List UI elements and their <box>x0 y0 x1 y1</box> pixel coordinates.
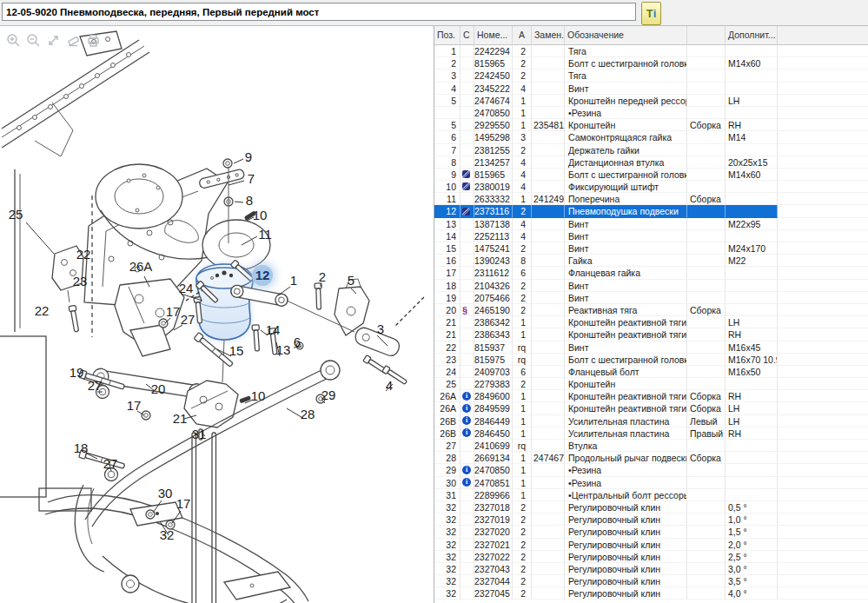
table-row[interactable]: 3223270212Регулировочный клин2,0 ° <box>434 539 868 551</box>
col-header-replaced[interactable]: Замен... <box>532 26 565 45</box>
table-row[interactable]: 122422942Тяга <box>434 45 868 57</box>
table-row[interactable]: 1422521134Винт <box>434 230 868 242</box>
figure-title-field[interactable]: 12-05-9020 Пневмоподвеска, передняя, Пер… <box>2 3 636 21</box>
table-row[interactable]: 1313871384ВинтM22x95 <box>434 218 868 230</box>
table-row[interactable]: 26Bi28464501Усилительная пластинаПравыйR… <box>434 427 868 440</box>
table-row[interactable]: 272410699rqВтулка <box>434 440 868 452</box>
table-row[interactable]: 723812552Держатель гайки <box>434 144 868 156</box>
col-header-number[interactable]: Номе... <box>474 26 513 45</box>
diagram-callout-27[interactable]: 27 <box>181 312 195 327</box>
fit-view-icon[interactable] <box>45 32 61 48</box>
table-row[interactable]: 28266913412474673Продольный рычаг подвес… <box>434 452 868 464</box>
diagram-callout-18[interactable]: 18 <box>74 441 89 455</box>
table-row[interactable]: 423452224Винт <box>434 83 868 95</box>
diagram-callout-24[interactable]: 24 <box>179 281 194 295</box>
table-row[interactable]: 3223270222Регулировочный клин2,5 ° <box>434 551 868 563</box>
diagram-callout-17[interactable]: 17 <box>166 304 181 319</box>
print-icon[interactable] <box>85 32 101 48</box>
table-row[interactable]: 1821043262Винт <box>434 280 868 292</box>
table-row[interactable]: 3223270182Регулировочный клин0,5 ° <box>434 501 868 514</box>
table-row[interactable]: 1613902438ГайкаM22 <box>434 255 868 267</box>
table-row[interactable]: 11263333212412498ПоперечинаСборка <box>434 193 868 205</box>
table-row-selected[interactable]: 1223731162Пневмоподушка подвески <box>434 205 868 217</box>
table-row[interactable]: 614952983Самоконтрящаяся гайкаM14 <box>434 131 868 143</box>
diagram-callout-9[interactable]: 9 <box>245 149 252 164</box>
table-row[interactable]: 24708501•Резина <box>434 107 868 119</box>
table-row[interactable]: 2522793832Кронштейн <box>434 378 868 390</box>
table-row[interactable]: 26Ai28495991Кронштейн реактивной тягиСбо… <box>434 402 868 414</box>
table-row[interactable]: 2424097036Фланцевый болтM16x50 <box>434 366 868 378</box>
table-row[interactable]: 30i24708511•Резина <box>434 477 868 489</box>
diagram-callout-32[interactable]: 32 <box>160 527 175 542</box>
col-header-pos[interactable]: Поз. <box>434 26 461 45</box>
table-row[interactable]: 98159654Болт с шестигранной головкойM14x… <box>434 169 868 181</box>
diagram-callout-30[interactable]: 30 <box>158 486 173 500</box>
air-bellows-highlighted-part[interactable] <box>196 264 253 382</box>
table-row[interactable]: 2123863421Кронштейн реактивной тягиLH <box>434 316 868 328</box>
diagram-callout-15[interactable]: 15 <box>229 343 244 358</box>
diagram-callout-27[interactable]: 27 <box>88 378 103 393</box>
table-row[interactable]: 1514752412ВинтM24x170 <box>434 242 868 255</box>
diagram-callout-27[interactable]: 27 <box>103 456 118 471</box>
diagram-callout-4[interactable]: 4 <box>386 378 393 393</box>
diagram-callout-28[interactable]: 28 <box>301 407 315 421</box>
diagram-callout-6[interactable]: 6 <box>294 335 301 349</box>
col-header-extra[interactable]: Дополнит... <box>726 26 778 45</box>
diagram-callout-17[interactable]: 17 <box>176 496 191 511</box>
table-row[interactable]: 524746741Кронштейн передней рессорыLH <box>434 95 868 107</box>
diagram-callout-14[interactable]: 14 <box>266 322 281 337</box>
table-row[interactable]: 28159652Болт с шестигранной головкойM14x… <box>434 57 868 70</box>
table-row[interactable]: 22815937rqВинтM16x45 <box>434 341 868 354</box>
diagram-callout-8[interactable]: 8 <box>246 193 253 208</box>
table-row[interactable]: 3223270442Регулировочный клин3,5 ° <box>434 575 868 587</box>
diagram-callout-2[interactable]: 2 <box>319 269 326 284</box>
diagram-callout-26A[interactable]: 26A <box>129 259 153 274</box>
zoom-out-icon[interactable] <box>25 32 41 48</box>
diagram-callout-21[interactable]: 21 <box>173 411 188 426</box>
zoom-in-icon[interactable] <box>5 32 21 48</box>
table-row[interactable]: 26Bi28464491Усилительная пластинаЛевыйLH <box>434 415 868 427</box>
diagram-callout-29[interactable]: 29 <box>321 388 336 402</box>
table-row[interactable]: 322424502Тяга <box>434 70 868 82</box>
diagram-callout-22[interactable]: 22 <box>35 303 50 318</box>
diagram-callout-5[interactable]: 5 <box>348 273 354 288</box>
eraser-icon[interactable] <box>65 32 81 48</box>
table-row[interactable]: 3223270192Регулировочный клин1,0 ° <box>434 514 868 526</box>
diagram-callout-10[interactable]: 10 <box>253 208 268 222</box>
diagram-callout-17[interactable]: 17 <box>127 398 142 413</box>
table-row[interactable]: 23815975rqБолт с шестигранной головкойM1… <box>434 354 868 366</box>
diagram-callout-13[interactable]: 13 <box>276 342 291 357</box>
table-row[interactable]: 1023800194Фиксирующий штифт <box>434 181 868 193</box>
table-row[interactable]: 3122899661•Центральный болт рессоры <box>434 489 868 501</box>
table-row[interactable]: 3223270452Регулировочный клин4,0 ° <box>434 587 868 600</box>
col-header-assembly[interactable] <box>687 26 726 45</box>
diagram-callout-22[interactable]: 22 <box>76 247 91 262</box>
diagram-callout-25[interactable]: 25 <box>9 207 23 222</box>
col-header-qty[interactable]: А <box>513 26 532 45</box>
table-row[interactable]: 26Ai28496001Кронштейн реактивной тягиСбо… <box>434 390 868 402</box>
diagram-callout-31[interactable]: 31 <box>192 427 207 441</box>
diagram-callout-19[interactable]: 19 <box>70 365 84 380</box>
col-header-designation[interactable]: Обозначение <box>565 26 687 45</box>
cell-qty: 2 <box>513 45 532 57</box>
diagram-callout-10[interactable]: 10 <box>251 388 266 403</box>
diagram-callout-3[interactable]: 3 <box>377 321 384 336</box>
table-row[interactable]: 821342574Дистанционная втулка20x25x15 <box>434 156 868 169</box>
diagram-callout-1[interactable]: 1 <box>290 273 297 288</box>
table-row[interactable]: 20§24651902Реактивная тягаСборка <box>434 304 868 316</box>
cell-assembly <box>687 328 726 341</box>
diagram-callout-23[interactable]: 23 <box>73 274 88 288</box>
table-row[interactable]: 29i24708501•Резина <box>434 464 868 476</box>
table-row[interactable]: 3223270432Регулировочный клин3,0 ° <box>434 563 868 575</box>
table-row[interactable]: 2123863431Кронштейн реактивной тягиRH <box>434 328 868 341</box>
diagram-callout-12[interactable]: 12 <box>255 268 270 282</box>
table-row[interactable]: 1723116126Фланцевая гайка <box>434 267 868 279</box>
diagram-callout-11[interactable]: 11 <box>258 227 272 242</box>
col-header-flag[interactable]: С <box>461 26 474 45</box>
table-row[interactable]: 5292955012354811КронштейнСборкаRH <box>434 119 868 131</box>
table-row[interactable]: 1920754662Винт <box>434 292 868 304</box>
diagram-callout-7[interactable]: 7 <box>248 171 255 186</box>
table-row[interactable]: 3223270202Регулировочный клин1,5 ° <box>434 526 868 538</box>
text-info-icon[interactable]: Ti <box>641 2 661 25</box>
diagram-callout-20[interactable]: 20 <box>151 381 166 396</box>
